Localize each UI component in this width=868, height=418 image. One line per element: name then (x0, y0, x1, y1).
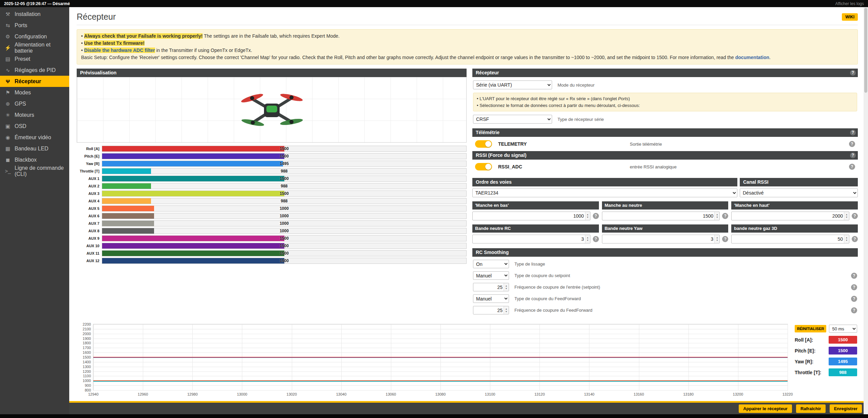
help-icon[interactable]: ? (851, 296, 857, 302)
spinner[interactable]: ▲▼ (714, 235, 719, 243)
spinner[interactable]: ▲▼ (504, 283, 509, 291)
rc-smoothing-row: Manuel Type de coupure du setpoint ? (472, 271, 858, 280)
documentation-link[interactable]: documentation (735, 55, 769, 60)
help-icon[interactable]: ? (850, 130, 856, 135)
sidebar-item-motors[interactable]: ✳ Moteurs (0, 109, 69, 121)
channel-label: AUX 2 (77, 184, 102, 188)
rc-smoothing-label: Type de coupure du FeedForward (514, 296, 846, 301)
rc-smoothing-number-input[interactable]: 25 ▲▼ (473, 306, 509, 314)
channel-label: Throttle [T] (77, 169, 102, 173)
serial-provider-select[interactable]: CRSF (473, 115, 552, 124)
channel-meter: 1500 (102, 235, 467, 241)
help-icon[interactable]: ? (851, 307, 857, 313)
graph-legend-label: Pitch [E]: (795, 348, 815, 353)
help-icon[interactable]: ? (850, 70, 856, 76)
sidebar-item-label: Récepteur (15, 78, 41, 85)
video-transmitter-icon: ◉ (3, 134, 12, 141)
sidebar-item-osd[interactable]: ▣ OSD (0, 121, 69, 132)
sidebar-item-power-battery[interactable]: ⚡ Alimentation et batterie (0, 42, 69, 53)
sidebar-item-ports[interactable]: ⇆ Ports (0, 20, 69, 31)
channel-value: 988 (102, 198, 466, 204)
number-value: 2000 (832, 213, 844, 219)
channel-meter: 1000 (102, 213, 467, 219)
help-icon[interactable]: ? (593, 236, 599, 242)
channel-value: 1500 (102, 258, 466, 264)
reset-graph-button[interactable]: RÉINITIALISER (795, 325, 826, 332)
graph-legend-row: Pitch [E]: 1500 (795, 347, 857, 355)
number-input[interactable]: 1000 ▲▼ (472, 212, 590, 220)
help-icon[interactable]: ? (852, 236, 858, 242)
sidebar-item-video-transmitter[interactable]: ◉ Émetteur vidéo (0, 132, 69, 143)
rc-smoothing-label: Type de lissage (514, 261, 846, 267)
channel-value: 988 (102, 168, 466, 174)
number-input[interactable]: 3 ▲▼ (472, 235, 590, 243)
help-icon[interactable]: ? (850, 152, 856, 158)
channel-value: 1500 (102, 191, 466, 197)
rssi-adc-toggle[interactable] (475, 163, 492, 170)
sidebar-item-pid-tuning[interactable]: ∿ Réglages de PID (0, 65, 69, 76)
sidebar-item-installation[interactable]: ⚒ Installation (0, 8, 69, 20)
channel-label: AUX 1 (77, 177, 102, 181)
number-input[interactable]: 50 ▲▼ (731, 235, 849, 243)
rc-smoothing-select[interactable]: On (473, 260, 509, 268)
receiver-mode-label: Mode du récepteur (558, 83, 595, 88)
rssi-desc: entrée RSSI analogique (630, 164, 849, 169)
bind-receiver-button[interactable]: Appairer le récepteur (739, 404, 792, 413)
save-button[interactable]: Enregistrer (830, 404, 862, 413)
help-icon[interactable]: ? (852, 213, 858, 219)
channel-meter: 1500 (102, 250, 467, 256)
sidebar-item-cli[interactable]: >_ Ligne de commande (CLI) (0, 165, 69, 177)
spinner[interactable]: ▲▼ (844, 235, 849, 243)
sidebar-item-receiver[interactable]: Ψ Récepteur (0, 76, 69, 87)
field-group-header: 'Manche en haut' (731, 201, 858, 210)
number-input[interactable]: 3 ▲▼ (602, 235, 720, 243)
rc-smoothing-row: 25 ▲▼ Fréquence de coupure du FeedForwar… (472, 306, 858, 314)
refresh-button[interactable]: Rafraîchir (796, 404, 826, 413)
rssi-channel-select[interactable]: Désactivé (740, 188, 858, 197)
rc-smoothing-select[interactable]: Manuel (473, 294, 509, 303)
rc-graph-section: 2200210020001900180017001600150014001300… (77, 321, 858, 400)
sidebar-item-led-strip[interactable]: ▦ Bandeau LED (0, 143, 69, 154)
receiver-panel-header: Récepteur ? (472, 69, 858, 77)
rc-smoothing-number-input[interactable]: 25 ▲▼ (473, 283, 509, 291)
help-icon[interactable]: ? (849, 141, 855, 147)
led-strip-icon: ▦ (3, 146, 12, 152)
help-icon[interactable]: ? (593, 213, 599, 219)
spinner[interactable]: ▲▼ (585, 235, 590, 243)
show-logs-link[interactable]: Afficher les logs (835, 1, 864, 6)
channel-meter: 1500 (102, 146, 467, 152)
receiver-note: L'UART pour le récepteur doit être réglé… (473, 93, 857, 111)
spinner[interactable]: ▲▼ (585, 212, 590, 220)
help-icon[interactable]: ? (849, 164, 855, 170)
sidebar-item-preset[interactable]: ▤ Preset (0, 53, 69, 65)
help-icon[interactable]: ? (851, 273, 857, 279)
channel-map-select[interactable]: TAER1234 (472, 188, 737, 197)
preset-icon: ▤ (3, 56, 12, 62)
spinner[interactable]: ▲▼ (714, 212, 719, 220)
sidebar-item-gps[interactable]: ⊕ GPS (0, 98, 69, 109)
help-icon[interactable]: ? (722, 236, 728, 242)
scrollbar-thumb[interactable] (864, 8, 867, 93)
scrollbar[interactable] (864, 7, 868, 414)
spinner[interactable]: ▲▼ (504, 306, 509, 314)
sidebar-item-configuration[interactable]: ⚙ Configuration (0, 31, 69, 42)
refresh-interval-select[interactable]: 50 ms (829, 325, 857, 333)
sidebar-item-blackbox[interactable]: ◼ Blackbox (0, 154, 69, 165)
help-icon[interactable]: ? (722, 213, 728, 219)
number-input[interactable]: 1500 ▲▼ (602, 212, 720, 220)
graph-legend-row: Roll [A]: 1500 (795, 336, 857, 344)
channel-value: 988 (102, 183, 466, 189)
help-icon[interactable]: ? (851, 284, 857, 290)
field-group-header: Bande neutre Yaw (602, 224, 729, 233)
channel-label: Pitch [E] (77, 154, 102, 158)
rc-smoothing-select[interactable]: Manuel (473, 271, 509, 280)
number-value: 50 (837, 236, 844, 242)
rc-smoothing-rows: On Type de lissage ? Manuel Type de coup… (472, 260, 858, 314)
telemetry-toggle[interactable] (475, 140, 492, 148)
wiki-button[interactable]: WIKI (842, 13, 858, 21)
number-input[interactable]: 2000 ▲▼ (731, 212, 849, 220)
receiver-mode-select[interactable]: Série (via UART) (473, 80, 552, 89)
sidebar-item-modes[interactable]: ⚑ Modes (0, 87, 69, 98)
spinner[interactable]: ▲▼ (844, 212, 849, 220)
sidebar-item-label: Configuration (15, 34, 47, 40)
